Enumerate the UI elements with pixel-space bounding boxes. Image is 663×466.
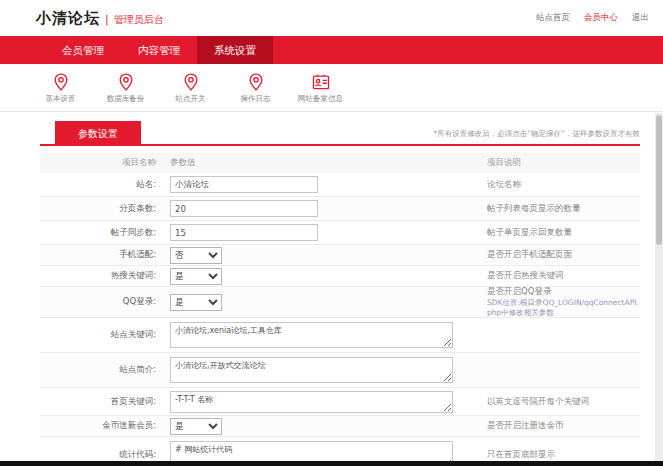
field-label: 首页关键词: <box>40 396 162 408</box>
toolbar-item-site-record[interactable]: 网站备案信息 <box>288 72 353 104</box>
field-desc: 论坛名称 <box>487 179 640 190</box>
field-desc: 只在首页底部显示 <box>487 449 640 460</box>
replies-per-page-input[interactable] <box>170 224 318 241</box>
map-pin-icon <box>246 72 266 92</box>
toolbar-item-label: 网站备案信息 <box>298 94 343 104</box>
form-row-site-keywords: 站点关键词: 小清论坛,xenia论坛,工具仓库 <box>40 318 640 353</box>
settings-content: 参数设置 *所有设置修改后，必须点击“确定保存”，这样参数设置才有效 项目名称 … <box>0 112 663 466</box>
qq-login-select[interactable]: 是 <box>170 294 222 311</box>
form-row-newbie-coins: 金币送新会员: 是 是否开启注册送金币 <box>40 416 640 437</box>
column-header-name: 项目名称 <box>40 157 162 169</box>
id-card-icon <box>311 72 331 92</box>
page-size-input[interactable] <box>170 200 318 217</box>
field-desc: 以英文逗号隔开每个关键词 <box>487 396 640 407</box>
field-desc: 是否开启注册送金币 <box>487 420 640 431</box>
nav-tab-members[interactable]: 会员管理 <box>45 36 121 64</box>
member-center-link[interactable]: 会员中心 <box>584 12 618 24</box>
site-name-input[interactable] <box>170 176 318 193</box>
toolbar-item-label: 数据库备份 <box>107 94 145 104</box>
logo: 小清论坛 | 管理员后台 <box>36 9 164 28</box>
form-row-hot-keywords: 热搜关键词: 是 是否开启热搜关键词 <box>40 266 640 287</box>
header-links: 站点首页 会员中心 退出 <box>536 12 649 24</box>
home-keywords-textarea[interactable]: -T-T-T 名称 <box>170 391 453 413</box>
field-label: QQ登录: <box>40 296 162 308</box>
tab-parameter-settings[interactable]: 参数设置 <box>55 121 141 146</box>
main-nav: 会员管理 内容管理 系统设置 <box>0 36 663 64</box>
logo-separator: | <box>105 13 109 26</box>
toolbar-item-basic-settings[interactable]: 基本设置 <box>28 72 93 104</box>
map-pin-icon <box>51 72 71 92</box>
field-label: 站名: <box>40 179 162 191</box>
settings-toolbar: 基本设置 数据库备份 站点开关 操作日志 网站备案信息 <box>0 64 663 112</box>
save-hint-text: *所有设置修改后，必须点击“确定保存”，这样参数设置才有效 <box>433 129 640 139</box>
tab-strip: 参数设置 *所有设置修改后，必须点击“确定保存”，这样参数设置才有效 <box>40 121 640 146</box>
field-desc: 帖子列表每页显示的数量 <box>487 203 640 214</box>
form-row-qq-login: QQ登录: 是 是否开启QQ登录 SDK位置:根目录QQ_LOGIN/qqCon… <box>40 287 640 318</box>
toolbar-item-db-backup[interactable]: 数据库备份 <box>93 72 158 104</box>
form-row-replies-per-page: 帖子同步数: 帖子单页显示回复数量 <box>40 221 640 245</box>
map-pin-icon <box>116 72 136 92</box>
field-label: 手机适配: <box>40 249 162 261</box>
form-row-home-keywords: 首页关键词: -T-T-T 名称 以英文逗号隔开每个关键词 <box>40 388 640 416</box>
form-row-mobile-switch: 手机适配: 否 是否开启手机适配页面 <box>40 245 640 266</box>
mobile-switch-select[interactable]: 否 <box>170 247 222 264</box>
site-keywords-textarea[interactable]: 小清论坛,xenia论坛,工具仓库 <box>170 322 453 348</box>
admin-subtitle: 管理员后台 <box>114 13 164 27</box>
column-header-value: 参数值 <box>162 157 487 169</box>
form-row-site-name: 站名: 论坛名称 <box>40 173 640 197</box>
scrollbar-thumb[interactable] <box>656 115 662 245</box>
top-header: 小清论坛 | 管理员后台 站点首页 会员中心 退出 <box>0 0 663 36</box>
field-desc: 是否开启热搜关键词 <box>487 270 640 281</box>
logout-link[interactable]: 退出 <box>632 12 649 24</box>
field-label: 分页条数: <box>40 203 162 215</box>
toolbar-item-label: 基本设置 <box>46 94 76 104</box>
toolbar-item-operation-log[interactable]: 操作日志 <box>223 72 288 104</box>
column-header-desc: 项目说明 <box>487 157 640 169</box>
toolbar-item-label: 站点开关 <box>176 94 206 104</box>
field-desc: 是否开启QQ登录 <box>487 286 640 297</box>
home-link[interactable]: 站点首页 <box>536 12 570 24</box>
field-desc-line2: SDK位置:根目录QQ_LOGIN/qqConnectAPI.php中修改相关参… <box>487 298 640 318</box>
form-row-site-description: 站点简介: 小清论坛,开放式交流论坛 <box>40 353 640 388</box>
site-title: 小清论坛 <box>36 9 100 28</box>
form-row-page-size: 分页条数: 帖子列表每页显示的数量 <box>40 197 640 221</box>
table-header: 项目名称 参数值 项目说明 <box>40 153 640 173</box>
map-pin-icon <box>181 72 201 92</box>
field-label: 统计代码: <box>40 449 162 461</box>
field-label: 金币送新会员: <box>40 420 162 432</box>
vertical-scrollbar[interactable] <box>655 113 663 461</box>
nav-tab-system-settings[interactable]: 系统设置 <box>197 36 273 64</box>
field-label: 热搜关键词: <box>40 270 162 282</box>
field-label: 站点简介: <box>40 364 162 376</box>
toolbar-item-label: 操作日志 <box>241 94 271 104</box>
toolbar-item-site-switch[interactable]: 站点开关 <box>158 72 223 104</box>
field-desc: 是否开启手机适配页面 <box>487 249 640 260</box>
hot-keywords-select[interactable]: 是 <box>170 268 222 285</box>
field-label: 帖子同步数: <box>40 227 162 239</box>
field-desc: 帖子单页显示回复数量 <box>487 227 640 238</box>
nav-tab-content[interactable]: 内容管理 <box>121 36 197 64</box>
site-description-textarea[interactable]: 小清论坛,开放式交流论坛 <box>170 357 453 383</box>
field-label: 站点关键词: <box>40 329 162 341</box>
bottom-black-bar <box>0 461 663 466</box>
newbie-coins-select[interactable]: 是 <box>170 418 222 435</box>
